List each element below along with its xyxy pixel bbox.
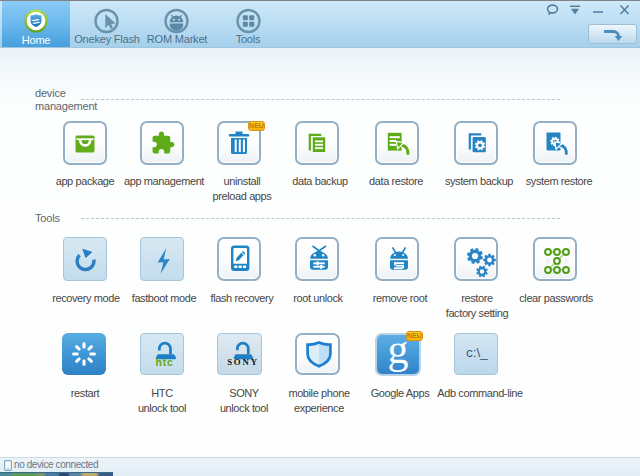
svg-text:SONY: SONY <box>227 357 259 367</box>
svg-text:htc: htc <box>155 356 173 368</box>
